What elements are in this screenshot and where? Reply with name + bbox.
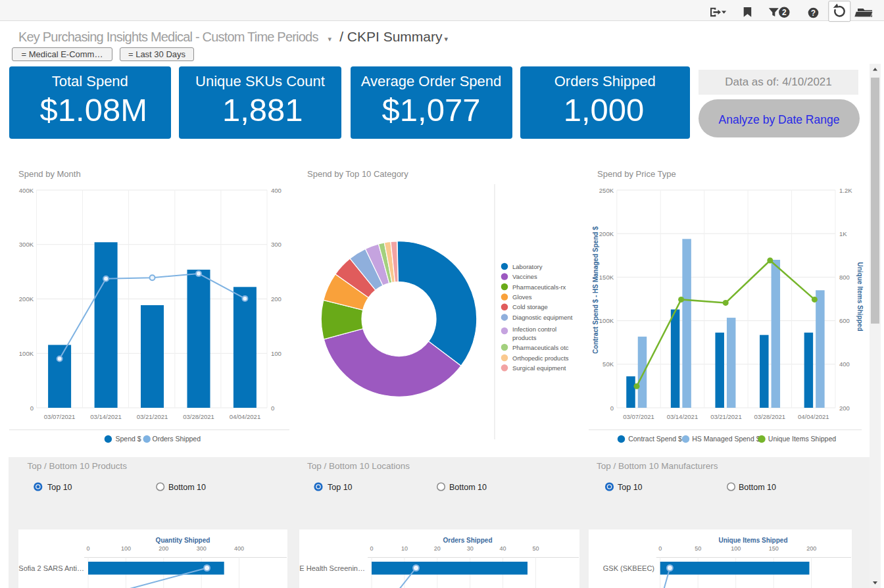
svg-text:300: 300: [197, 545, 207, 552]
svg-text:200: 200: [839, 404, 850, 412]
svg-text:1K: 1K: [839, 230, 847, 237]
svg-text:40: 40: [500, 545, 506, 552]
svg-text:250K: 250K: [599, 187, 614, 194]
svg-text:100: 100: [271, 350, 282, 357]
svg-text:2: 2: [782, 8, 787, 17]
svg-text:HS Managed Spend $: HS Managed Spend $: [692, 435, 760, 443]
svg-text:100: 100: [121, 545, 131, 552]
svg-text:Quantity Shipped: Quantity Shipped: [156, 537, 210, 544]
svg-text:Sofia 2 SARS Anti…: Sofia 2 SARS Anti…: [18, 564, 84, 572]
svg-text:50K: 50K: [602, 360, 614, 368]
svg-text:GSK (SKBEEC): GSK (SKBEEC): [603, 564, 654, 572]
svg-text:0: 0: [610, 404, 614, 412]
svg-text:200K: 200K: [19, 295, 34, 303]
svg-text:Surgical equipment: Surgical equipment: [512, 364, 566, 372]
svg-text:400: 400: [839, 360, 850, 368]
svg-text:200: 200: [271, 295, 282, 303]
svg-text:200: 200: [159, 545, 168, 552]
svg-text:Orders Shipped: Orders Shipped: [153, 435, 201, 443]
svg-text:200K: 200K: [599, 230, 614, 237]
svg-text:E Health Screenin…: E Health Screenin…: [299, 564, 365, 572]
svg-text:Unique Items Shipped: Unique Items Shipped: [768, 435, 836, 443]
svg-text:0: 0: [86, 545, 89, 552]
svg-text:Contract Spend $ - HS Manage: Contract Spend $ - HS Managed Spend $: [592, 226, 599, 354]
svg-text:Spend $: Spend $: [116, 435, 141, 443]
svg-text:200: 200: [806, 545, 816, 552]
svg-text:03/07/2021: 03/07/2021: [623, 413, 654, 420]
svg-text:03/21/2021: 03/21/2021: [137, 413, 168, 420]
svg-text:Pharmaceuticals otc: Pharmaceuticals otc: [512, 344, 569, 351]
svg-text:50: 50: [532, 545, 539, 552]
svg-text:0: 0: [271, 404, 274, 412]
svg-text:Pharmaceuticals-rx: Pharmaceuticals-rx: [512, 283, 566, 291]
svg-text:100K: 100K: [19, 350, 34, 357]
svg-text:03/07/2021: 03/07/2021: [44, 413, 76, 420]
svg-text:Vaccines: Vaccines: [512, 273, 537, 280]
svg-text:Contract Spend $: Contract Spend $: [628, 435, 682, 443]
svg-text:150: 150: [769, 545, 779, 552]
svg-text:Laboratory: Laboratory: [512, 263, 543, 270]
svg-text:600: 600: [839, 317, 850, 324]
svg-text:0: 0: [658, 545, 662, 552]
svg-text:50: 50: [695, 545, 701, 552]
svg-text:100K: 100K: [599, 317, 614, 324]
svg-text:Infection control: Infection control: [512, 326, 556, 333]
svg-text:Diagnostic equipment: Diagnostic equipment: [512, 314, 573, 321]
svg-text:Gloves: Gloves: [512, 293, 532, 301]
svg-text:400K: 400K: [19, 187, 34, 194]
svg-text:products: products: [512, 334, 537, 341]
svg-text:03/21/2021: 03/21/2021: [710, 413, 742, 420]
svg-text:20: 20: [434, 545, 441, 552]
svg-text:03/14/2021: 03/14/2021: [667, 413, 699, 420]
svg-text:?: ?: [811, 9, 816, 18]
svg-text:Unique Items Shipped: Unique Items Shipped: [718, 537, 787, 544]
svg-text:03/28/2021: 03/28/2021: [754, 413, 786, 420]
svg-text:Orders Shipped: Orders Shipped: [443, 537, 492, 544]
svg-text:300K: 300K: [19, 241, 34, 248]
svg-text:300: 300: [271, 241, 282, 248]
svg-text:04/04/2021: 04/04/2021: [230, 413, 261, 420]
svg-text:Unique Items Shipped: Unique Items Shipped: [856, 262, 864, 331]
svg-text:0: 0: [30, 404, 34, 412]
svg-text:150K: 150K: [599, 274, 614, 281]
svg-text:100: 100: [731, 545, 741, 552]
svg-text:800: 800: [839, 274, 850, 281]
svg-text:400: 400: [271, 187, 282, 194]
svg-text:10: 10: [401, 545, 408, 552]
svg-text:1.2K: 1.2K: [839, 187, 852, 194]
svg-text:04/04/2021: 04/04/2021: [798, 413, 829, 420]
svg-text:03/14/2021: 03/14/2021: [90, 413, 122, 420]
svg-text:03/28/2021: 03/28/2021: [183, 413, 214, 420]
svg-text:400: 400: [234, 545, 244, 552]
svg-text:Cold storage: Cold storage: [512, 303, 548, 310]
svg-text:Orthopedic products: Orthopedic products: [512, 355, 569, 362]
svg-text:30: 30: [467, 545, 474, 552]
svg-text:0: 0: [370, 545, 373, 552]
